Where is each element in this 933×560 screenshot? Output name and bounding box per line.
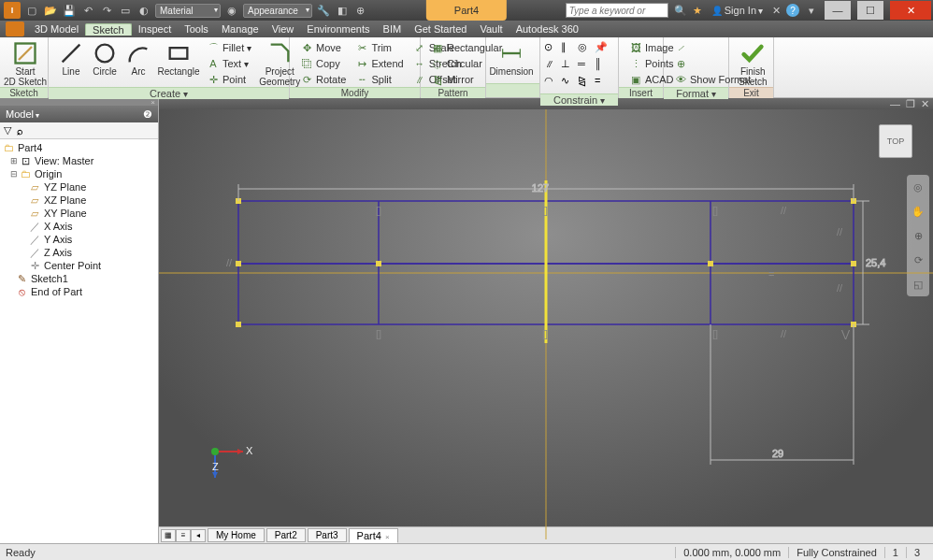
browser-options-icon[interactable]: ❷ xyxy=(143,108,152,121)
qat-save-icon[interactable]: 💾 xyxy=(62,3,77,18)
window-close-button[interactable]: ✕ xyxy=(890,1,931,20)
viewport-close-icon[interactable]: ✕ xyxy=(921,98,929,110)
qat-measure-icon[interactable]: ◧ xyxy=(335,3,350,18)
tab-view[interactable]: View xyxy=(266,23,301,35)
rotate-button[interactable]: ⟳Rotate xyxy=(297,72,349,87)
finish-icon xyxy=(739,40,766,66)
qat-undo-icon[interactable]: ↶ xyxy=(80,3,95,18)
image-icon: 🖼 xyxy=(629,41,642,54)
axis-icon: ／ xyxy=(28,221,41,232)
qat-new-icon[interactable]: ▢ xyxy=(24,3,39,18)
constraint-horizontal-icon[interactable]: ═ xyxy=(578,58,593,73)
group-create-label[interactable]: Create ▾ xyxy=(49,87,289,99)
filter-icon[interactable]: ▽ xyxy=(4,124,11,136)
finish-sketch-button[interactable]: Finish Sketch xyxy=(735,40,771,87)
tab-manage[interactable]: Manage xyxy=(215,23,266,35)
tree-center-point[interactable]: ✛Center Point xyxy=(0,259,158,272)
fillet-button[interactable]: ⌒Fillet ▾ xyxy=(204,40,254,55)
tree-xy-plane[interactable]: ▱XY Plane xyxy=(0,207,158,220)
tree-sketch1[interactable]: ✎Sketch1 xyxy=(0,272,158,285)
tab-inspect[interactable]: Inspect xyxy=(132,23,178,35)
rectangle-icon xyxy=(165,40,192,66)
constraint-perpendicular-icon[interactable]: ⊥ xyxy=(561,58,576,73)
constraint-collinear-icon[interactable]: ∥ xyxy=(561,41,576,56)
search-input[interactable] xyxy=(566,3,668,18)
tab-environments[interactable]: Environments xyxy=(300,23,376,35)
tab-bim[interactable]: BIM xyxy=(377,23,409,35)
browser-pin-bar[interactable]: × xyxy=(0,98,158,106)
dimension-button[interactable]: Dimension xyxy=(492,40,531,77)
arc-button[interactable]: Arc xyxy=(122,40,155,77)
qat-select-icon[interactable]: ▭ xyxy=(118,3,133,18)
viewport-minimize-icon[interactable]: — xyxy=(890,98,900,109)
tab-getstarted[interactable]: Get Started xyxy=(408,23,473,35)
centerline-icon: ⊕ xyxy=(674,57,687,70)
tab-sketch[interactable]: Sketch xyxy=(85,23,132,36)
constraint-vertical-icon[interactable]: ║ xyxy=(595,58,610,73)
tab-autodesk360[interactable]: Autodesk 360 xyxy=(510,23,585,35)
tree-origin[interactable]: ⊟🗀Origin xyxy=(0,167,158,180)
tree-yz-plane[interactable]: ▱YZ Plane xyxy=(0,180,158,194)
exchange-icon[interactable]: ✕ xyxy=(772,5,781,17)
group-constrain-label[interactable]: Constrain ▾ xyxy=(540,93,618,106)
qat-redo-icon[interactable]: ↷ xyxy=(99,3,114,18)
move-icon: ✥ xyxy=(300,41,313,54)
text-button[interactable]: AText ▾ xyxy=(204,56,254,71)
line-button[interactable]: Line xyxy=(54,40,88,77)
tree-xz-plane[interactable]: ▱XZ Plane xyxy=(0,194,158,207)
rectangle-button[interactable]: Rectangle xyxy=(155,40,202,77)
constraint-tangent-icon[interactable]: ◠ xyxy=(544,75,559,90)
constraint-concentric-icon[interactable]: ◎ xyxy=(578,41,593,56)
window-minimize-button[interactable]: — xyxy=(825,1,851,20)
star-icon[interactable]: ★ xyxy=(693,5,702,17)
file-menu-button[interactable] xyxy=(6,22,24,36)
tree-view[interactable]: ⊞⊡View: Master xyxy=(0,154,158,167)
help-icon[interactable]: ? xyxy=(786,4,799,17)
trim-button[interactable]: ✂Trim xyxy=(352,40,406,55)
qat-more-icon[interactable]: ⊕ xyxy=(353,3,368,18)
qat-appearance-icon[interactable]: ◉ xyxy=(224,3,239,18)
tree-y-axis[interactable]: ／Y Axis xyxy=(0,233,158,246)
tab-vault[interactable]: Vault xyxy=(473,23,509,35)
constraint-equal-icon[interactable]: = xyxy=(595,75,610,90)
extend-button[interactable]: ↦Extend xyxy=(352,56,406,71)
graphics-canvas[interactable]: TOP ◎ ✋ ⊕ ⟳ ◱ xyxy=(159,109,933,526)
split-button[interactable]: ╌Split xyxy=(352,72,406,87)
tree-x-axis[interactable]: ／X Axis xyxy=(0,220,158,233)
tree-end-of-part[interactable]: ⦸End of Part xyxy=(0,285,158,298)
search-icon[interactable]: 🔍 xyxy=(674,5,687,17)
app-logo[interactable]: I xyxy=(4,2,21,19)
copy-button[interactable]: ⿻Copy xyxy=(297,56,349,71)
point-button[interactable]: ✛Point xyxy=(204,72,254,87)
constraint-smooth-icon[interactable]: ∿ xyxy=(561,75,576,90)
tree-root[interactable]: 🗀Part4 xyxy=(0,141,158,154)
browser-toolbar: ▽ ⌕ xyxy=(0,122,158,139)
tab-3dmodel[interactable]: 3D Model xyxy=(28,23,85,35)
qat-color-icon[interactable]: 🔧 xyxy=(316,3,331,18)
group-create: Line Circle Arc Rectangle ⌒Fillet ▾ ATex… xyxy=(49,37,290,97)
ribbon-tabs: 3D Model Sketch Inspect Tools Manage Vie… xyxy=(0,21,933,37)
help-dropdown-icon[interactable]: ▾ xyxy=(805,5,818,17)
find-icon[interactable]: ⌕ xyxy=(17,125,23,136)
signin-button[interactable]: 👤 Sign In ▾ xyxy=(708,5,767,16)
browser-header[interactable]: Model❷ xyxy=(0,106,158,122)
window-maximize-button[interactable]: ☐ xyxy=(857,1,883,20)
group-insert: 🖼Image ⋮Points ▣ACAD Insert xyxy=(619,37,664,97)
tree-z-axis[interactable]: ／Z Axis xyxy=(0,246,158,259)
group-format-label[interactable]: Format ▾ xyxy=(664,87,728,99)
tab-tools[interactable]: Tools xyxy=(178,23,215,35)
circle-button[interactable]: Circle xyxy=(88,40,122,77)
move-button[interactable]: ✥Move xyxy=(297,40,349,55)
qat-sphere-icon[interactable]: ◐ xyxy=(136,3,151,18)
viewport-restore-icon[interactable]: ❐ xyxy=(906,98,915,110)
appearance-dropdown[interactable]: Appearance xyxy=(243,4,312,18)
constraint-coincident-icon[interactable]: ⊙ xyxy=(544,41,559,56)
constraint-symmetric-icon[interactable]: ⧎ xyxy=(578,75,593,90)
qat-open-icon[interactable]: 📂 xyxy=(43,3,58,18)
constraint-parallel-icon[interactable]: ⫽ xyxy=(544,58,559,73)
axis-icon: ／ xyxy=(28,234,41,245)
start-2d-sketch-button[interactable]: Start 2D Sketch xyxy=(6,40,45,87)
material-dropdown[interactable]: Material xyxy=(155,4,221,18)
svg-text:[]: [] xyxy=(542,205,548,216)
constraint-fix-icon[interactable]: 📌 xyxy=(595,41,610,56)
